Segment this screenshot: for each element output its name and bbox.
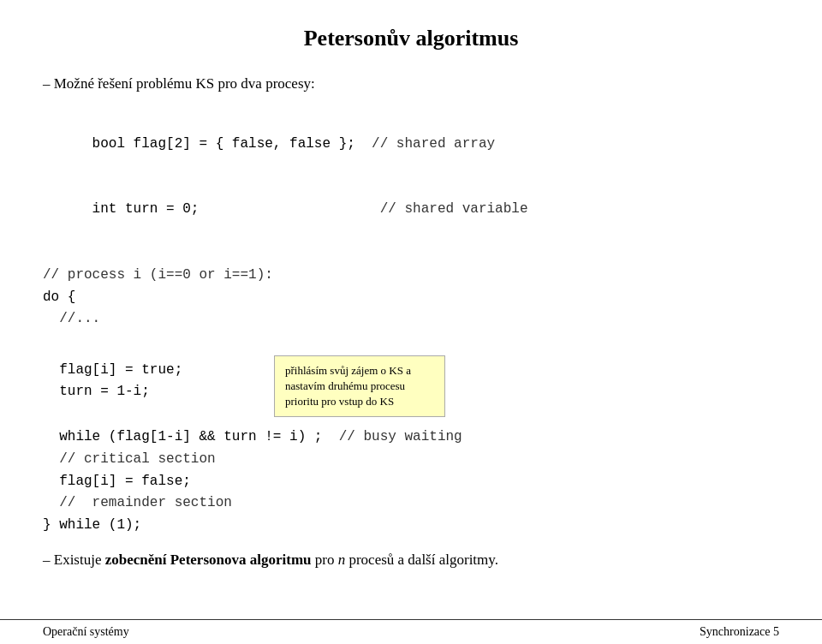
footer-right: Synchronizace 5 xyxy=(700,625,779,639)
code-while-line: while (flag[1-i] && turn != i) ; // busy… xyxy=(43,426,779,449)
code-flag-line: flag[i] = true; xyxy=(43,360,182,382)
footer-left: Operační systémy xyxy=(43,625,129,639)
code-turn-line: turn = 1-i; xyxy=(43,381,182,403)
code-remainder-line: // remainder section xyxy=(43,492,779,515)
code-text: int turn = 0; // shared variable xyxy=(92,201,528,217)
bottom-text-dash: – Existuje xyxy=(43,552,105,568)
bottom-italic-n: n xyxy=(338,552,346,568)
code-critical-line: // critical section xyxy=(43,449,779,471)
tooltip-text: přihlásím svůj zájem o KS a nastavím dru… xyxy=(285,364,411,408)
code-line-5: //... xyxy=(43,308,779,331)
code-dowhile-end-line: } while (1); xyxy=(43,515,779,537)
bottom-summary: – Existuje zobecnění Petersonova algorit… xyxy=(43,552,779,569)
bottom-bold-text: zobecnění Petersonova algoritmu xyxy=(105,552,312,568)
code-tooltip-block: flag[i] = true; turn = 1-i; přihlásím sv… xyxy=(43,360,779,403)
code-block: bool flag[2] = { false, false }; // shar… xyxy=(43,111,779,353)
bottom-text-end: procesů a další algoritmy. xyxy=(345,552,498,568)
slide-page: Petersonův algoritmus – Možné řešení pro… xyxy=(0,0,822,644)
tooltip-box: přihlásím svůj zájem o KS a nastavím dru… xyxy=(274,355,445,418)
code-line-2: int turn = 0; // shared variable xyxy=(43,177,779,243)
footer: Operační systémy Synchronizace 5 xyxy=(0,619,822,644)
subtitle: – Možné řešení problému KS pro dva proce… xyxy=(43,75,779,92)
code-lines-with-tooltip: flag[i] = true; turn = 1-i; xyxy=(43,360,182,403)
code-block-bottom: while (flag[1-i] && turn != i) ; // busy… xyxy=(43,405,779,537)
code-line-blank1 xyxy=(43,243,779,265)
code-line-1: bool flag[2] = { false, false }; // shar… xyxy=(43,111,779,177)
code-line-3: // process i (i==0 or i==1): xyxy=(43,265,779,287)
code-flag-false-line: flag[i] = false; xyxy=(43,471,779,493)
code-line-4: do { xyxy=(43,287,779,309)
code-text: bool flag[2] = { false, false }; // shar… xyxy=(92,136,495,152)
code-line-blank2 xyxy=(43,331,779,353)
slide-title: Petersonův algoritmus xyxy=(43,26,779,51)
bottom-text-pro: pro xyxy=(312,552,338,568)
